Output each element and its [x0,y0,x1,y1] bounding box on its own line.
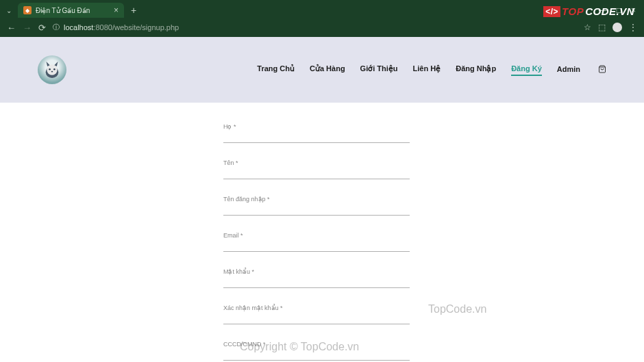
nav-about[interactable]: Giới Thiệu [360,64,398,75]
input-password[interactable] [223,277,410,288]
field-username: Tên đăng nhập * [223,196,410,216]
url-port: :8080 [93,23,112,31]
label-firstname: Tên * [223,159,410,166]
tab-title: Điện Tử Gấu Đần [36,7,110,14]
tab-close-icon[interactable]: × [114,5,119,15]
watermark-text-1: TopCode.vn [428,303,486,315]
cart-icon[interactable] [598,65,606,75]
back-button[interactable]: ← [7,23,16,33]
svg-point-4 [51,71,53,73]
nav-signup[interactable]: Đăng Ký [511,64,542,76]
signup-form: Họ * Tên * Tên đăng nhập * Email * Mật k… [223,123,410,362]
input-confirm-password[interactable] [223,313,410,324]
input-lastname[interactable] [223,132,410,143]
svg-point-3 [53,68,55,70]
label-lastname: Họ * [223,123,410,130]
watermark-logo: </> TOPCODE.VN [543,5,634,17]
nav-login[interactable]: Đăng Nhập [456,64,496,75]
nav-contact[interactable]: Liên Hệ [413,64,441,75]
bookmark-icon[interactable]: ☆ [584,23,591,32]
address-bar[interactable]: ⓘ localhost:8080/website/signup.php [53,23,577,32]
nav-shop[interactable]: Cửa Hàng [310,64,345,75]
toolbar: ← → ⟳ ⓘ localhost:8080/website/signup.ph… [0,18,644,37]
browser-menu-icon[interactable]: ⋮ [629,23,637,32]
favicon-icon: ◆ [23,6,32,14]
label-password: Mật khẩu * [223,268,410,275]
nav-home[interactable]: Trang Chủ [257,64,295,75]
main-nav: Trang Chủ Cửa Hàng Giới Thiệu Liên Hệ Đă… [257,64,606,76]
label-email: Email * [223,232,410,239]
url-path: /website/signup.php [112,23,179,31]
site-info-icon[interactable]: ⓘ [53,23,60,32]
browser-tab[interactable]: ◆ Điện Tử Gấu Đần × [18,3,124,18]
watermark-badge-icon: </> [543,6,560,17]
site-header: Trang Chủ Cửa Hàng Giới Thiệu Liên Hệ Đă… [0,37,644,103]
extensions-icon[interactable]: ⬚ [598,23,606,32]
svg-point-1 [47,64,57,75]
page-viewport: Trang Chủ Cửa Hàng Giới Thiệu Liên Hệ Đă… [0,37,644,362]
field-password: Mật khẩu * [223,268,410,288]
url-host: localhost [64,23,93,31]
tab-search-icon[interactable]: ⌄ [3,4,15,16]
nav-admin[interactable]: Admin [557,65,580,75]
field-confirm-password: Xác nhận mật khẩu * [223,305,410,324]
site-logo[interactable] [38,55,66,84]
input-firstname[interactable] [223,168,410,179]
watermark-text-2: Copyright © TopCode.vn [240,341,359,353]
new-tab-button[interactable]: + [131,5,136,16]
reload-button[interactable]: ⟳ [38,23,46,33]
label-username: Tên đăng nhập * [223,196,410,203]
field-firstname: Tên * [223,159,410,179]
label-confirm-password: Xác nhận mật khẩu * [223,305,410,311]
input-username[interactable] [223,205,410,216]
input-email[interactable] [223,241,410,252]
svg-point-2 [49,68,51,70]
field-email: Email * [223,232,410,252]
profile-avatar[interactable] [612,23,622,32]
forward-button[interactable]: → [23,23,32,33]
husky-icon [40,58,64,81]
field-lastname: Họ * [223,123,410,143]
